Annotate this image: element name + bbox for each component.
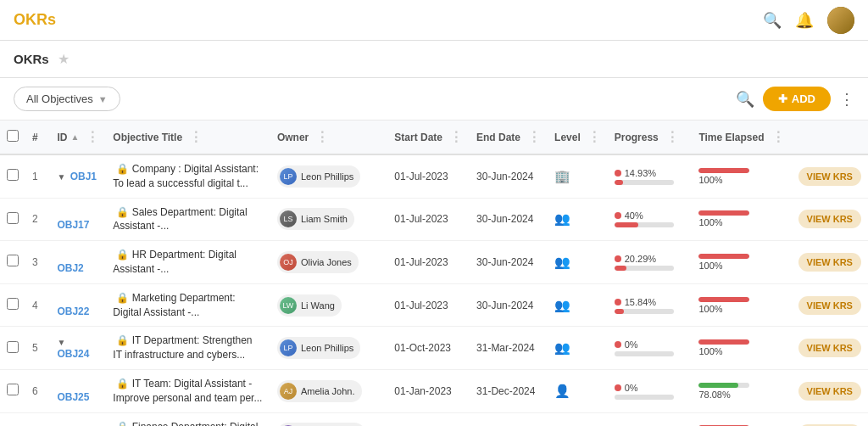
objective-title: Marketing Department: Digital Assistant …: [113, 292, 235, 318]
row-number: 4: [25, 283, 50, 327]
bell-icon[interactable]: 🔔: [795, 11, 814, 30]
favorite-star-icon[interactable]: ★: [58, 51, 70, 67]
row-number: 1: [25, 154, 50, 198]
level-icon: 👥: [554, 211, 570, 226]
owner-pill[interactable]: LW Li Wang: [277, 294, 342, 317]
row-title-cell: 🔒 Company : Digital Assistant: To lead a…: [106, 154, 270, 198]
table-row: 2 OBJ17 🔒 Sales Department: Digital Assi…: [0, 198, 868, 241]
view-krs-button[interactable]: VIEW KRS: [798, 167, 861, 186]
objective-id-link[interactable]: OBJ1: [70, 171, 97, 182]
level-icon: 👥: [554, 340, 570, 355]
end-date-cell: 30-Jun-2024: [470, 283, 548, 327]
progress-cell: 40%: [608, 198, 693, 241]
lock-icon: 🔒: [116, 334, 129, 346]
all-objectives-dropdown[interactable]: All Objectives ▼: [14, 87, 120, 111]
time-elapsed-bar-fill: [698, 254, 749, 259]
objective-id-link[interactable]: OBJ22: [57, 305, 89, 317]
owner-pill[interactable]: LS Liam Smith: [277, 208, 354, 230]
time-elapsed-percentage: 100%: [698, 175, 722, 185]
view-krs-button[interactable]: VIEW KRS: [798, 339, 861, 357]
col-sep-level: ⋮: [587, 129, 601, 145]
table-row: 7 OBJ3 🔒 Finance Department: Digital Ass…: [0, 412, 868, 426]
progress-percentage: 0%: [625, 383, 638, 393]
row-id-cell: ▼ OBJ1: [50, 154, 106, 198]
time-elapsed-cell: 100%: [692, 241, 791, 284]
progress-percentage: 20.29%: [625, 254, 656, 264]
row-checkbox[interactable]: [7, 169, 19, 181]
row-title-cell: 🔒 IT Team: Digital Assistant - Improve p…: [106, 369, 270, 412]
level-cell: 👥: [548, 327, 608, 370]
th-time-label: Time Elapsed: [698, 132, 764, 143]
objective-id-link[interactable]: OBJ25: [57, 391, 89, 403]
th-num-label: #: [32, 132, 38, 143]
view-krs-button[interactable]: VIEW KRS: [798, 210, 861, 228]
progress-cell: 41.43%: [608, 412, 693, 426]
level-cell: 🏢: [548, 154, 608, 198]
time-elapsed-cell: 100%: [692, 327, 791, 370]
row-checkbox[interactable]: [7, 298, 19, 310]
th-start-date[interactable]: Start Date⋮: [387, 121, 470, 154]
time-elapsed-percentage: 100%: [698, 304, 722, 314]
th-progress[interactable]: Progress⋮: [608, 121, 693, 154]
add-button-label: ADD: [792, 92, 815, 105]
owner-pill[interactable]: LP Leon Phillips: [277, 165, 360, 188]
objective-id-link[interactable]: OBJ24: [57, 348, 89, 360]
th-owner[interactable]: Owner⋮: [270, 121, 387, 154]
user-avatar[interactable]: [827, 7, 854, 34]
row-owner-cell: LP Leon Phillips: [270, 154, 387, 198]
progress-percentage: 40%: [625, 210, 643, 221]
objective-id-link[interactable]: OBJ17: [57, 219, 89, 231]
select-all-checkbox[interactable]: [7, 130, 19, 142]
owner-pill[interactable]: LP Leon Phillips: [277, 337, 360, 359]
level-icon: 👥: [554, 255, 570, 269]
add-button[interactable]: ✚ ADD: [763, 87, 831, 111]
row-number: 5: [25, 327, 50, 370]
search-button[interactable]: 🔍: [736, 90, 754, 109]
progress-bar-fill: [615, 309, 624, 314]
th-level[interactable]: Level⋮: [548, 121, 608, 154]
progress-dot: [615, 341, 621, 348]
col-sep-title: ⋮: [189, 129, 203, 145]
time-elapsed-cell: 100%: [692, 154, 791, 198]
more-options-button[interactable]: ⋮: [839, 90, 854, 109]
lock-icon: 🔒: [116, 249, 129, 261]
expand-button[interactable]: ▼: [57, 172, 65, 182]
row-checkbox[interactable]: [7, 212, 19, 224]
row-number: 2: [25, 198, 50, 241]
search-icon[interactable]: 🔍: [763, 11, 782, 30]
owner-avatar: OJ: [280, 254, 297, 271]
time-elapsed-bar-container: [698, 254, 749, 259]
row-checkbox[interactable]: [7, 384, 19, 395]
col-sep-end: ⋮: [527, 129, 541, 145]
owner-name: Li Wang: [301, 300, 335, 311]
view-krs-button[interactable]: VIEW KRS: [798, 382, 861, 401]
progress-bar-fill: [615, 266, 626, 271]
time-elapsed-bar-fill: [698, 383, 738, 388]
expand-button[interactable]: ▼: [57, 338, 65, 347]
view-krs-button[interactable]: VIEW KRS: [798, 253, 861, 272]
table-row: 5 ▼ OBJ24 🔒 IT Department: Strengthen IT…: [0, 327, 868, 370]
owner-pill[interactable]: HG Hans Gunther: [277, 423, 365, 426]
objective-id-link[interactable]: OBJ2: [57, 262, 83, 274]
progress-cell: 14.93%: [608, 154, 693, 198]
row-checkbox[interactable]: [7, 341, 19, 353]
objectives-table: # ID▲⋮ Objective Title⋮ Owner⋮ Start Dat…: [0, 121, 868, 426]
owner-pill[interactable]: OJ Olivia Jones: [277, 251, 359, 273]
start-date-cell: 01-Jul-2023: [387, 283, 470, 327]
level-icon: 👥: [554, 298, 570, 312]
th-level-label: Level: [554, 132, 581, 143]
owner-pill[interactable]: AJ Amelia John.: [277, 380, 362, 402]
row-id-cell: OBJ17: [50, 198, 106, 241]
progress-bar-fill: [615, 222, 638, 227]
th-title[interactable]: Objective Title⋮: [106, 121, 270, 154]
th-id[interactable]: ID▲⋮: [50, 121, 106, 154]
view-krs-button[interactable]: VIEW KRS: [798, 296, 861, 315]
th-time-elapsed[interactable]: Time Elapsed⋮: [692, 121, 791, 154]
row-checkbox[interactable]: [7, 255, 19, 266]
table-row: 6 OBJ25 🔒 IT Team: Digital Assistant - I…: [0, 369, 868, 412]
objective-title: Sales Department: Digital Assistant -...: [113, 206, 247, 233]
time-elapsed-bar-container: [698, 210, 749, 216]
progress-dot: [615, 299, 621, 305]
th-end-date[interactable]: End Date⋮: [470, 121, 548, 154]
objective-title: Company : Digital Assistant: To lead a s…: [113, 163, 259, 189]
